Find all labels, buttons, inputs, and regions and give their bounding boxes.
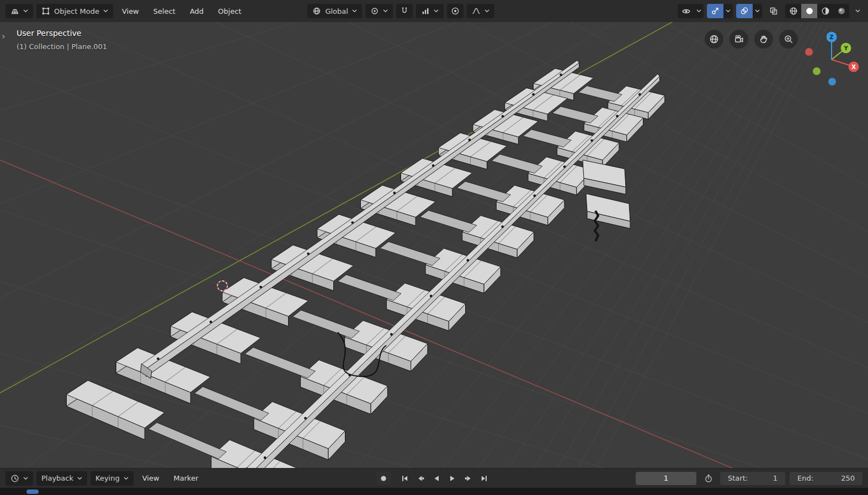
mode-dropdown[interactable]: Object Mode <box>36 4 113 18</box>
xray-toggle[interactable] <box>765 4 782 18</box>
timeline-menu-view[interactable]: View <box>137 471 165 486</box>
frame-end-value: 250 <box>841 474 855 482</box>
toolbar-expand-icon[interactable]: › <box>2 32 5 41</box>
show-gizmos-toggle[interactable] <box>707 4 723 18</box>
proportional-editing-icon <box>451 7 460 15</box>
frame-end-field[interactable]: End: 250 <box>790 472 862 485</box>
menu-add[interactable]: Add <box>184 4 209 18</box>
header-center-controls: Global <box>307 4 494 18</box>
overlays-dropdown[interactable] <box>753 4 762 18</box>
chevron-down-icon <box>23 9 28 13</box>
camera-view-button[interactable] <box>729 30 748 49</box>
jump-start-icon <box>400 474 409 483</box>
show-objects-button[interactable] <box>678 4 694 18</box>
preview-range-toggle[interactable] <box>701 472 716 485</box>
play-reverse-button[interactable] <box>429 472 444 485</box>
falloff-dropdown[interactable] <box>467 4 494 18</box>
keying-dropdown[interactable]: Keying <box>90 471 134 486</box>
gizmo-x-label: X <box>851 64 856 70</box>
menu-object[interactable]: Object <box>212 4 247 18</box>
frame-range-controls: 1 Start: 1 End: 250 <box>636 472 862 485</box>
editor-3d-viewport-icon <box>10 7 19 15</box>
shading-material-button[interactable] <box>817 4 833 18</box>
chevron-down-icon <box>124 477 129 480</box>
chevron-down-icon <box>696 9 701 13</box>
keying-label: Keying <box>95 474 120 482</box>
menu-view[interactable]: View <box>116 4 145 18</box>
playback-controls <box>376 472 492 485</box>
timeline-menu-marker[interactable]: Marker <box>168 471 204 486</box>
toggle-projection-button[interactable] <box>705 30 723 49</box>
pivot-dropdown[interactable] <box>365 4 393 18</box>
shading-dropdown[interactable] <box>853 4 862 18</box>
object-visibility-control <box>678 4 704 18</box>
chevron-down-icon <box>726 9 731 13</box>
timeline-bar: Playback Keying View Marker <box>0 468 868 488</box>
status-indicator <box>26 489 39 494</box>
jump-to-end-button[interactable] <box>477 472 492 485</box>
rendered-shading-icon <box>837 7 846 15</box>
shading-mode-group <box>785 4 849 18</box>
mode-label: Object Mode <box>54 7 99 15</box>
menu-select[interactable]: Select <box>148 4 181 18</box>
navigation-gizmo[interactable]: Z Y X <box>790 28 861 99</box>
gizmos-dropdown[interactable] <box>723 4 733 18</box>
shading-wireframe-button[interactable] <box>785 4 801 18</box>
next-keyframe-button[interactable] <box>461 472 476 485</box>
overlays-icon <box>740 7 749 15</box>
shading-solid-button[interactable] <box>801 4 817 18</box>
auto-keying-record-button[interactable] <box>376 472 391 485</box>
viewport-nav-buttons <box>705 30 798 49</box>
gizmo-y-negative-ball[interactable] <box>813 67 821 75</box>
chevron-down-icon <box>434 9 439 13</box>
editor-type-button[interactable] <box>6 4 33 18</box>
previous-keyframe-button[interactable] <box>413 472 428 485</box>
snap-toggle[interactable] <box>396 4 413 18</box>
chevron-down-icon <box>484 9 489 13</box>
falloff-curve-icon <box>472 7 481 15</box>
show-overlays-toggle[interactable] <box>736 4 753 18</box>
jump-to-start-button[interactable] <box>397 472 412 485</box>
chevron-down-icon <box>23 477 28 480</box>
current-frame-field[interactable]: 1 <box>636 472 696 485</box>
solid-shading-icon <box>805 7 814 15</box>
pivot-point-icon <box>370 7 379 15</box>
stopwatch-icon <box>704 474 713 483</box>
snap-dropdown[interactable] <box>416 4 444 18</box>
orientation-label: Global <box>325 7 348 15</box>
wireframe-shading-icon <box>789 7 798 15</box>
gizmo-y-ball[interactable]: Y <box>841 43 851 54</box>
viewport-canvas[interactable]: › User Perspective (1) Collection | Plan… <box>0 22 868 468</box>
gizmos-control <box>707 4 733 18</box>
play-reverse-icon <box>432 474 441 483</box>
orientation-dropdown[interactable]: Global <box>307 4 361 18</box>
shading-rendered-button[interactable] <box>833 4 849 18</box>
object-mode-icon <box>41 7 50 15</box>
clock-icon <box>10 474 19 483</box>
gizmo-y-label: Y <box>843 45 848 51</box>
frame-start-field[interactable]: Start: 1 <box>720 472 785 485</box>
camera-icon <box>734 34 744 44</box>
gizmo-x-negative-ball[interactable] <box>805 48 813 56</box>
frame-end-label: End: <box>797 474 813 482</box>
chevron-down-icon <box>103 9 108 13</box>
show-objects-dropdown[interactable] <box>694 4 704 18</box>
playback-label: Playback <box>41 474 73 482</box>
scene-3d-railway-track <box>0 22 868 468</box>
xray-icon <box>769 7 778 15</box>
status-bar <box>0 488 868 495</box>
playback-dropdown[interactable]: Playback <box>36 471 87 486</box>
next-keyframe-icon <box>464 474 473 483</box>
gizmo-x-ball[interactable]: X <box>849 62 859 72</box>
play-icon <box>448 474 457 483</box>
play-button[interactable] <box>445 472 460 485</box>
proportional-editing-toggle[interactable] <box>447 4 464 18</box>
move-view-button[interactable] <box>754 30 773 49</box>
current-frame-value: 1 <box>664 474 668 482</box>
material-preview-icon <box>821 7 830 15</box>
frame-start-value: 1 <box>773 474 778 482</box>
timeline-editor-type-button[interactable] <box>6 471 33 486</box>
gizmo-z-ball[interactable]: Z <box>827 32 837 42</box>
gizmo-z-negative-ball[interactable] <box>828 78 836 86</box>
overlays-control <box>736 4 762 18</box>
